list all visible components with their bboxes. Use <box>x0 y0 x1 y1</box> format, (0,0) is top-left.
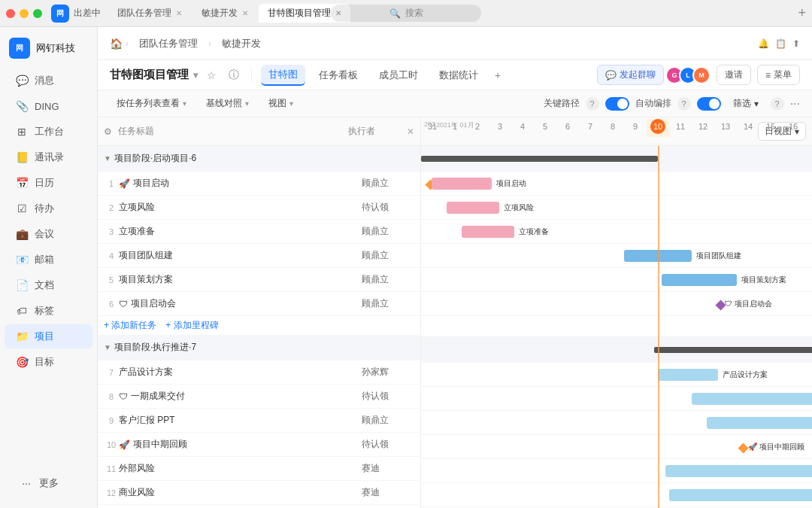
dropdown-icon: ▾ <box>193 70 198 81</box>
menu-button[interactable]: ≡ 菜单 <box>757 65 800 85</box>
task-title-cell: 项目策划方案 <box>119 273 362 286</box>
projects-icon: 📁 <box>15 330 29 343</box>
tab-workload[interactable]: 成员工时 <box>371 65 426 85</box>
invite-button[interactable]: 邀请 <box>717 65 751 85</box>
task-title-cell: 项目团队组建 <box>119 249 362 262</box>
minimize-button[interactable] <box>20 9 29 18</box>
add-tab-icon[interactable]: + <box>492 68 504 83</box>
filter-btn[interactable]: 筛选 ▾ <box>727 95 765 112</box>
calendar-icon: 📅 <box>15 176 29 190</box>
info-icon[interactable]: ⓘ <box>226 67 242 84</box>
sidebar-item-ding[interactable]: 📎 DING <box>5 94 92 118</box>
view-mode-btn[interactable]: 视图 ▾ <box>262 94 300 113</box>
day-cell: 16 <box>782 122 804 134</box>
gantt-bar-label: 项目策划方案 <box>741 275 786 285</box>
task-title-cell: 🚀 项目启动 <box>119 177 362 190</box>
brand-area: 网 网钉科技 <box>0 33 97 68</box>
chart-row: 🚀 项目中期回顾 <box>421 435 812 459</box>
dropdown-arrow: ▾ <box>289 99 293 108</box>
close-col-icon[interactable]: ✕ <box>407 126 414 137</box>
sidebar-item-docs[interactable]: 📄 文档 <box>5 273 92 297</box>
task-title-cell: 产品设计方案 <box>119 366 362 379</box>
gantt-bar <box>669 489 812 501</box>
task-text: 商业风险 <box>119 486 155 499</box>
titlebar-tab-agile[interactable]: 敏捷开发 ✕ <box>192 4 257 23</box>
task-icon: 🛡 <box>119 299 128 309</box>
gantt-bar <box>624 250 692 262</box>
day-cell: 3 <box>489 122 511 134</box>
sidebar-item-contacts[interactable]: 📒 通讯录 <box>5 145 92 169</box>
task-view-btn[interactable]: 按任务列表查看 ▾ <box>110 94 193 113</box>
new-tab-button[interactable]: + <box>798 5 806 21</box>
contacts-icon: 📒 <box>15 151 29 164</box>
topnav-team[interactable]: 团队任务管理 <box>132 34 205 53</box>
toolbar-help-icon[interactable]: ? <box>771 97 784 111</box>
sidebar-item-projects[interactable]: 📁 项目 <box>5 324 92 348</box>
settings-icon[interactable]: ⚙ <box>104 126 112 137</box>
exec-cell: 顾鼎立 <box>362 273 414 286</box>
sidebar-item-goals[interactable]: 🎯 目标 <box>5 350 92 374</box>
gantt-bar-label: 产品设计方案 <box>723 370 768 380</box>
row-number: 10 <box>104 440 119 449</box>
avatar-group: G L M <box>670 66 710 84</box>
topnav-agile[interactable]: 敏捷开发 <box>214 34 268 53</box>
docs-icon: 📄 <box>15 278 29 292</box>
titlebar-tab-team[interactable]: 团队任务管理 ✕ <box>108 4 191 23</box>
auto-arrange-toggle[interactable] <box>697 97 721 111</box>
row-number: 6 <box>104 300 119 309</box>
search-icon: 🔍 <box>389 8 401 19</box>
upload-icon[interactable]: ⬆ <box>792 38 800 49</box>
chart-row: 客户汇报 PPT <box>421 411 812 435</box>
project-title[interactable]: 甘特图项目管理 ▾ <box>110 68 198 82</box>
home-icon[interactable]: 🏠 <box>110 38 123 50</box>
sidebar-item-tags[interactable]: 🏷 标签 <box>5 299 92 323</box>
more-options-icon[interactable]: ··· <box>790 97 800 111</box>
notification-icon[interactable]: 🔔 <box>758 38 769 49</box>
add-milestone-button[interactable]: + 添加里程碑 <box>165 319 218 332</box>
bar-label: 🛡 项目启动会 <box>725 299 772 309</box>
star-icon[interactable]: ☆ <box>204 68 220 83</box>
key-path-label: 关键路径 <box>544 97 580 110</box>
table-row: 12 商业风险 赛迪 <box>98 481 420 505</box>
chart-row: 外部风险 <box>421 459 812 483</box>
sidebar-item-meeting[interactable]: 💼 会议 <box>5 222 92 246</box>
tab-gantt[interactable]: 甘特图 <box>261 65 305 86</box>
maximize-button[interactable] <box>33 9 42 18</box>
row-number: 12 <box>104 488 119 497</box>
close-tab-icon[interactable]: ✕ <box>176 9 182 17</box>
search-bar[interactable]: 🔍 搜索 <box>331 5 481 22</box>
share-icon[interactable]: 📋 <box>775 38 786 49</box>
tab-stats[interactable]: 数据统计 <box>432 65 486 85</box>
table-row: 2 立项风险 待认领 <box>98 196 420 220</box>
task-title-cell: 客户汇报 PPT <box>119 414 362 427</box>
sidebar-item-calendar[interactable]: 📅 日历 <box>5 171 92 195</box>
baseline-btn[interactable]: 基线对照 ▾ <box>199 94 256 113</box>
key-path-help-icon[interactable]: ? <box>586 97 599 111</box>
task-title-cell: 立项准备 <box>119 225 362 238</box>
sidebar-item-todo[interactable]: ☑ 待办 <box>5 196 92 221</box>
close-button[interactable] <box>6 9 15 18</box>
sidebar-item-workbench[interactable]: ⊞ 工作台 <box>5 120 92 144</box>
gantt-milestone-diamond <box>738 443 748 453</box>
task-icon: 🛡 <box>119 391 128 402</box>
gantt-chart-body[interactable]: 项目启动立项风险立项准备项目团队组建项目策划方案🛡 项目启动会产品设计方案一期成… <box>421 146 812 508</box>
chat-button[interactable]: 💬 发起群聊 <box>597 65 664 85</box>
add-task-button[interactable]: + 添加新任务 <box>104 319 156 332</box>
auto-arrange-help-icon[interactable]: ? <box>677 97 691 111</box>
key-path-toggle[interactable] <box>605 97 629 111</box>
tab-kanban[interactable]: 任务看板 <box>311 65 365 85</box>
gantt-bar <box>692 393 812 405</box>
day-cell: 17 <box>804 122 812 134</box>
day-cell: 4 <box>511 122 534 134</box>
day-cell: 8 <box>601 122 624 134</box>
gantt-bar <box>462 226 514 238</box>
section-toggle-2[interactable]: ▼ <box>104 343 111 351</box>
sidebar-item-messages[interactable]: 💬 消息 <box>5 68 92 93</box>
sidebar-item-mail[interactable]: 📧 邮箱 <box>5 248 92 272</box>
row-number: 9 <box>104 416 119 425</box>
close-tab-icon[interactable]: ✕ <box>242 9 248 17</box>
section-toggle-1[interactable]: ▼ <box>104 154 111 163</box>
sidebar-item-more[interactable]: ··· 更多 <box>9 471 88 495</box>
gantt-bar-label: 立项风险 <box>504 202 534 213</box>
table-row: 13 技术风险 赛迪 <box>98 505 420 508</box>
